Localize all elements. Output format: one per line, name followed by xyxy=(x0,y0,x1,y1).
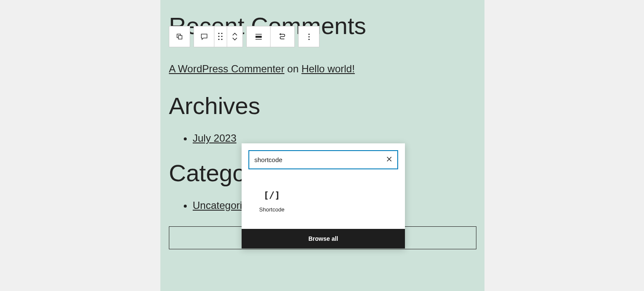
shortcode-icon: [/] xyxy=(263,190,280,200)
block-type-button[interactable] xyxy=(194,26,214,47)
svg-rect-2 xyxy=(255,36,262,38)
more-options-button[interactable] xyxy=(299,26,319,47)
transform-button[interactable] xyxy=(271,26,294,47)
list-item: July 2023 xyxy=(193,132,476,144)
search-wrapper xyxy=(242,143,405,176)
comment-author-link[interactable]: A WordPress Commenter xyxy=(169,63,285,74)
toolbar-group xyxy=(194,26,243,47)
comment-icon xyxy=(200,32,208,41)
archives-list: July 2023 xyxy=(169,132,476,144)
block-inserter-popup: [/] Shortcode Browse all xyxy=(242,143,405,248)
archives-heading[interactable]: Archives xyxy=(169,92,476,120)
drag-icon xyxy=(218,33,223,40)
toolbar-group-2 xyxy=(246,26,295,47)
search-input-container xyxy=(248,150,398,169)
archive-link[interactable]: July 2023 xyxy=(193,132,237,144)
clear-search-button[interactable] xyxy=(386,155,392,164)
group-icon xyxy=(175,32,184,41)
block-results: [/] Shortcode xyxy=(242,176,405,229)
toolbar-group-3 xyxy=(298,26,319,47)
transform-icon xyxy=(278,32,287,41)
block-search-input[interactable] xyxy=(254,156,386,163)
block-label: Shortcode xyxy=(259,206,284,213)
block-toolbar xyxy=(169,26,319,47)
drag-handle[interactable] xyxy=(214,26,227,47)
move-arrows-icon xyxy=(232,33,237,40)
align-button[interactable] xyxy=(247,26,271,47)
on-text: on xyxy=(287,63,299,74)
browse-all-button[interactable]: Browse all xyxy=(242,229,405,248)
block-item-shortcode[interactable]: [/] Shortcode xyxy=(248,184,295,219)
more-icon xyxy=(308,34,310,40)
move-buttons[interactable] xyxy=(227,26,242,47)
align-icon xyxy=(254,32,263,41)
parent-block-button[interactable] xyxy=(169,26,190,47)
close-icon xyxy=(386,156,392,162)
comment-post-link[interactable]: Hello world! xyxy=(302,63,355,74)
comment-entry: A WordPress Commenter on Hello world! xyxy=(169,63,476,75)
svg-rect-1 xyxy=(179,36,182,39)
